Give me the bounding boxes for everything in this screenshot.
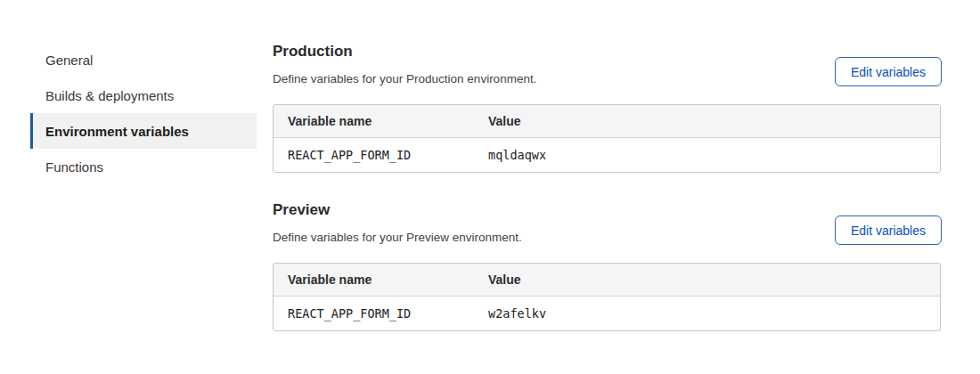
variable-value-cell: mqldaqwx [488,148,940,162]
sidebar-item-environment-variables[interactable]: Environment variables [30,113,257,149]
preview-section-title: Preview [273,201,330,219]
column-header-variable-name: Variable name [274,114,488,128]
production-section-title: Production [273,43,353,61]
production-edit-variables-button[interactable]: Edit variables [835,57,942,86]
production-section-description: Define variables for your Production env… [273,72,536,85]
variable-name-cell: REACT_APP_FORM_ID [274,148,488,162]
table-row: REACT_APP_FORM_ID mqldaqwx [274,138,940,172]
settings-page: General Builds & deployments Environment… [0,0,980,374]
sidebar-item-builds-deployments[interactable]: Builds & deployments [30,77,257,113]
preview-variables-table: Variable name Value REACT_APP_FORM_ID w2… [273,263,941,331]
sidebar-item-general[interactable]: General [30,42,257,77]
preview-edit-variables-button[interactable]: Edit variables [835,215,942,245]
variable-name-cell: REACT_APP_FORM_ID [274,306,488,321]
table-header-row: Variable name Value [274,105,940,138]
production-variables-table: Variable name Value REACT_APP_FORM_ID mq… [273,104,941,173]
settings-sidebar: General Builds & deployments Environment… [30,42,257,184]
sidebar-item-functions[interactable]: Functions [30,149,257,184]
variable-value-cell: w2afelkv [488,306,940,321]
column-header-value: Value [488,114,940,128]
preview-section-description: Define variables for your Preview enviro… [273,231,522,244]
table-header-row: Variable name Value [274,264,940,297]
column-header-variable-name: Variable name [274,272,488,287]
table-row: REACT_APP_FORM_ID w2afelkv [274,297,940,330]
column-header-value: Value [488,272,940,287]
